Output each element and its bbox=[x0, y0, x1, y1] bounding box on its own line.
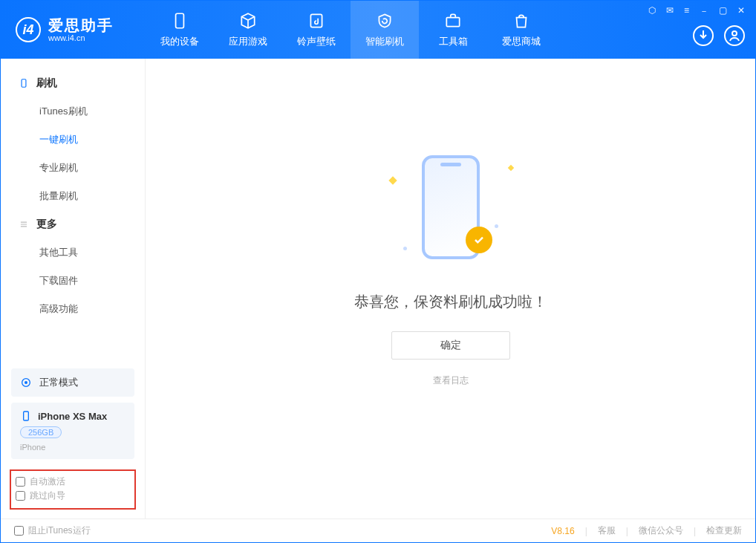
brand: i4 爱思助手 www.i4.cn bbox=[1, 1, 146, 59]
app-header: i4 爱思助手 www.i4.cn 我的设备 应用游戏 铃声壁纸 智能刷机 工具… bbox=[1, 1, 755, 59]
tab-label: 工具箱 bbox=[439, 35, 468, 48]
window-controls: ⬡ ✉ ≡ － ▢ ✕ bbox=[648, 5, 745, 18]
tab-toolbox[interactable]: 工具箱 bbox=[419, 1, 487, 59]
minimize-button[interactable]: － bbox=[700, 5, 708, 18]
device-panel: 正常模式 iPhone XS Max 256GB iPhone bbox=[11, 368, 134, 459]
check-badge-icon bbox=[466, 227, 492, 253]
user-button[interactable] bbox=[724, 25, 745, 46]
support-link[interactable]: 客服 bbox=[598, 524, 616, 537]
tab-device[interactable]: 我的设备 bbox=[146, 1, 214, 59]
device-storage-badge: 256GB bbox=[20, 426, 62, 438]
svg-rect-7 bbox=[24, 412, 29, 420]
sidebar: 刷机 iTunes刷机 一键刷机 专业刷机 批量刷机 更多 其他工具 下载固件 … bbox=[1, 59, 146, 518]
block-itunes-input[interactable] bbox=[14, 526, 24, 536]
wechat-link[interactable]: 微信公众号 bbox=[639, 524, 683, 537]
sidebar-item-advanced[interactable]: 高级功能 bbox=[1, 295, 145, 323]
music-card-icon bbox=[307, 11, 326, 30]
sidebar-group-more: 更多 bbox=[1, 210, 145, 238]
sidebar-item-batch[interactable]: 批量刷机 bbox=[1, 182, 145, 210]
cube-icon bbox=[238, 11, 258, 30]
success-illustration bbox=[384, 155, 518, 267]
header-right: ⬡ ✉ ≡ － ▢ ✕ bbox=[629, 1, 755, 59]
brand-name: 爱思助手 bbox=[48, 17, 114, 33]
top-tabs: 我的设备 应用游戏 铃声壁纸 智能刷机 工具箱 爱思商城 bbox=[146, 1, 629, 59]
svg-point-3 bbox=[732, 31, 737, 36]
phone-outline-icon bbox=[19, 78, 29, 88]
main-pane: 恭喜您，保资料刷机成功啦！ 确定 查看日志 bbox=[146, 59, 755, 518]
check-update-link[interactable]: 检查更新 bbox=[706, 524, 742, 537]
tab-label: 铃声壁纸 bbox=[297, 35, 336, 48]
tab-label: 我的设备 bbox=[160, 35, 199, 48]
svg-rect-2 bbox=[446, 18, 459, 27]
svg-rect-0 bbox=[176, 13, 184, 28]
phone-icon bbox=[170, 11, 189, 30]
tab-flash[interactable]: 智能刷机 bbox=[351, 1, 419, 59]
refresh-shield-icon bbox=[375, 11, 394, 30]
skip-wizard-label: 跳过向导 bbox=[30, 490, 65, 502]
svg-rect-4 bbox=[22, 79, 26, 88]
version-label: V8.16 bbox=[551, 526, 574, 536]
maximize-button[interactable]: ▢ bbox=[719, 5, 727, 18]
device-info[interactable]: iPhone XS Max 256GB iPhone bbox=[11, 403, 134, 459]
auto-activate-label: 自动激活 bbox=[30, 475, 65, 488]
skip-wizard-checkbox[interactable]: 跳过向导 bbox=[16, 490, 65, 502]
skip-wizard-input[interactable] bbox=[16, 491, 25, 501]
sidebar-item-itunes[interactable]: iTunes刷机 bbox=[1, 97, 145, 126]
briefcase-icon bbox=[443, 11, 463, 30]
bottom-options-highlight: 自动激活 跳过向导 bbox=[10, 469, 136, 510]
mode-icon bbox=[20, 377, 32, 388]
feedback-icon[interactable]: ✉ bbox=[666, 5, 674, 18]
brand-url: www.i4.cn bbox=[48, 33, 114, 42]
auto-activate-checkbox[interactable]: 自动激活 bbox=[16, 475, 65, 488]
block-itunes-label: 阻止iTunes运行 bbox=[28, 524, 91, 537]
svg-point-6 bbox=[25, 381, 27, 384]
download-button[interactable] bbox=[693, 25, 714, 46]
device-platform-label: iPhone bbox=[20, 443, 126, 452]
success-title: 恭喜您，保资料刷机成功啦！ bbox=[354, 292, 547, 312]
tshirt-icon[interactable]: ⬡ bbox=[648, 5, 656, 18]
bag-icon bbox=[512, 11, 531, 30]
brand-logo-icon: i4 bbox=[16, 17, 41, 42]
sidebar-item-oneclick[interactable]: 一键刷机 bbox=[1, 126, 145, 154]
sidebar-item-other[interactable]: 其他工具 bbox=[1, 238, 145, 267]
sidebar-item-firmware[interactable]: 下载固件 bbox=[1, 267, 145, 295]
tab-label: 应用游戏 bbox=[229, 35, 267, 48]
group-title-label: 刷机 bbox=[36, 77, 57, 90]
device-mode[interactable]: 正常模式 bbox=[11, 368, 134, 397]
menu-icon[interactable]: ≡ bbox=[684, 5, 689, 18]
device-mode-label: 正常模式 bbox=[39, 376, 78, 389]
group-title-label: 更多 bbox=[36, 218, 57, 231]
close-button[interactable]: ✕ bbox=[737, 5, 745, 18]
tab-apps[interactable]: 应用游戏 bbox=[214, 1, 282, 59]
tab-media[interactable]: 铃声壁纸 bbox=[282, 1, 351, 59]
tab-store[interactable]: 爱思商城 bbox=[487, 1, 555, 59]
ok-button[interactable]: 确定 bbox=[391, 331, 510, 360]
tab-label: 智能刷机 bbox=[365, 35, 404, 48]
sidebar-group-flash: 刷机 bbox=[1, 69, 145, 97]
view-log-link[interactable]: 查看日志 bbox=[433, 374, 469, 387]
device-phone-icon bbox=[20, 410, 32, 422]
list-icon bbox=[19, 219, 29, 230]
block-itunes-checkbox[interactable]: 阻止iTunes运行 bbox=[14, 524, 91, 537]
auto-activate-input[interactable] bbox=[16, 477, 25, 487]
statusbar: 阻止iTunes运行 V8.16 | 客服 | 微信公众号 | 检查更新 bbox=[1, 518, 755, 542]
tab-label: 爱思商城 bbox=[502, 35, 541, 48]
device-name-label: iPhone XS Max bbox=[38, 411, 107, 422]
sidebar-item-pro[interactable]: 专业刷机 bbox=[1, 154, 145, 182]
